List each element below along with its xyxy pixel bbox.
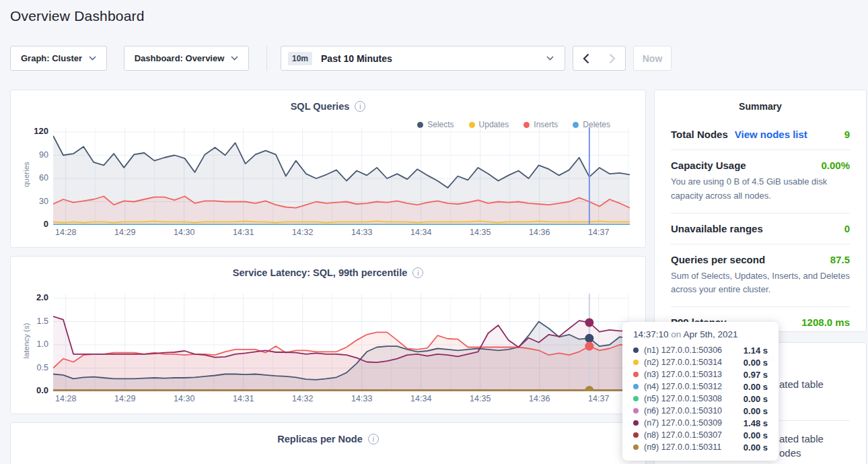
x-axis-tick: 14:31	[223, 228, 264, 237]
sql-queries-chart-card: SQL Queries i Selects Updates Inserts De…	[10, 90, 646, 248]
chevron-right-icon	[609, 53, 616, 64]
y-axis-tick: 120	[16, 126, 48, 137]
x-axis-tick: 14:34	[401, 394, 441, 403]
sql-queries-plot[interactable]	[53, 127, 630, 225]
tooltip-node-row: (n5) 127.0.0.1:503080.00 s	[633, 393, 768, 405]
x-axis-tick: 14:28	[46, 228, 86, 237]
qps-description: Sum of Selects, Updates, Inserts, and De…	[671, 269, 850, 298]
x-axis-tick: 14:37	[579, 394, 619, 403]
chevron-left-icon	[583, 53, 589, 64]
node-dot-icon	[633, 432, 639, 438]
qps-label: Queries per second	[671, 254, 765, 265]
y-axis-tick: 0.0	[16, 385, 48, 396]
tooltip-node-row: (n1) 127.0.0.1:503061.14 s	[633, 344, 768, 356]
prev-time-button[interactable]	[573, 46, 600, 71]
page-title: Overview Dashboard	[10, 8, 145, 24]
x-axis-tick: 14:29	[105, 228, 145, 237]
toolbar-divider	[266, 46, 267, 71]
y-axis-tick: 60	[16, 172, 48, 183]
chart-hover-tooltip: 14:37:10 on Apr 5th, 2021 (n1) 127.0.0.1…	[622, 322, 779, 461]
tooltip-node-row: (n3) 127.0.0.1:503130.97 s	[633, 368, 768, 380]
y-axis-tick: 30	[16, 196, 48, 207]
summary-divider	[671, 150, 850, 150]
x-axis-tick: 14:30	[164, 228, 205, 237]
x-axis-tick: 14:32	[283, 228, 323, 237]
x-axis-tick: 14:30	[164, 394, 205, 403]
summary-row-total-nodes: Total Nodes View nodes list 9	[671, 129, 850, 140]
x-axis-tick: 14:34	[401, 228, 441, 237]
summary-divider	[671, 213, 850, 213]
y-axis-tick: 2.0	[16, 292, 48, 303]
x-axis-tick: 14:31	[223, 394, 264, 403]
qps-value: 87.5	[830, 254, 850, 265]
service-latency-chart-title-row: Service Latency: SQL, 99th percentile i	[11, 257, 645, 278]
next-time-button[interactable]	[599, 46, 626, 71]
p99-latency-value: 1208.0 ms	[801, 317, 850, 328]
dashboard-dropdown[interactable]: Dashboard: Overview	[124, 46, 249, 71]
chevron-down-icon	[231, 56, 238, 61]
graph-dropdown-label: Graph: Cluster	[21, 53, 82, 63]
info-icon[interactable]: i	[412, 267, 423, 278]
node-dot-icon	[633, 384, 639, 389]
service-latency-chart-title: Service Latency: SQL, 99th percentile	[233, 267, 408, 278]
graph-dropdown[interactable]: Graph: Cluster	[10, 46, 107, 71]
replicas-per-node-chart-card: Replicas per Node i	[10, 422, 646, 464]
info-icon[interactable]: i	[355, 101, 365, 112]
x-axis-tick: 14:33	[342, 394, 382, 403]
unavailable-ranges-value: 0	[844, 223, 850, 234]
x-axis-tick: 14:35	[460, 394, 501, 403]
unavailable-ranges-label: Unavailable ranges	[671, 223, 763, 234]
event-item: ated table	[779, 377, 824, 391]
node-dot-icon	[633, 347, 639, 353]
capacity-usage-description: You are using 0 B of 4.5 GiB usable disk…	[671, 175, 850, 203]
x-axis-tick: 14:36	[519, 394, 560, 403]
tooltip-node-row: (n2) 127.0.0.1:503140.00 s	[633, 356, 768, 368]
summary-divider	[671, 244, 850, 244]
capacity-usage-label: Capacity Usage	[671, 160, 746, 171]
time-range-badge: 10m	[288, 52, 312, 65]
time-range-selector[interactable]: 10m Past 10 Minutes	[281, 46, 565, 71]
summary-title: Summary	[671, 101, 850, 112]
tooltip-timestamp: 14:37:10 on Apr 5th, 2021	[633, 329, 768, 339]
summary-panel: Summary Total Nodes View nodes list 9 Ca…	[654, 90, 867, 332]
info-icon[interactable]: i	[368, 434, 379, 444]
now-button[interactable]: Now	[633, 46, 672, 71]
node-dot-icon	[633, 408, 639, 413]
node-dot-icon	[633, 420, 639, 426]
tooltip-node-row: (n9) 127.0.0.1:503110.00 s	[633, 441, 768, 453]
x-axis-tick: 14:33	[342, 228, 382, 237]
y-axis-tick: 0.5	[16, 362, 48, 373]
summary-row-unavailable-ranges: Unavailable ranges 0	[671, 223, 850, 234]
tooltip-node-row: (n8) 127.0.0.1:503070.00 s	[633, 429, 768, 441]
dashboard-dropdown-label: Dashboard: Overview	[135, 53, 225, 63]
y-axis-tick: 90	[16, 150, 48, 160]
replicas-chart-title-row: Replicas per Node i	[11, 423, 645, 444]
service-latency-plot[interactable]	[53, 294, 630, 391]
y-axis-tick: 1.0	[16, 339, 48, 350]
y-axis-tick: 1.5	[16, 316, 48, 327]
replicas-chart-title: Replicas per Node	[277, 434, 363, 444]
summary-row-qps: Queries per second 87.5	[671, 254, 850, 265]
overview-dashboard-page: Overview Dashboard Graph: Cluster Dashbo…	[0, 0, 868, 464]
total-nodes-label: Total Nodes	[671, 129, 728, 140]
x-axis-tick: 14:35	[460, 228, 501, 237]
chevron-down-icon	[89, 56, 96, 61]
tooltip-node-row: (n4) 127.0.0.1:503120.00 s	[633, 380, 768, 393]
tooltip-node-row: (n6) 127.0.0.1:503100.00 s	[633, 405, 768, 417]
tooltip-node-row: (n7) 127.0.0.1:503091.48 s	[633, 417, 768, 429]
node-dot-icon	[633, 360, 639, 365]
node-dot-icon	[633, 444, 639, 450]
view-nodes-list-link[interactable]: View nodes list	[735, 129, 807, 140]
sql-queries-chart-title: SQL Queries	[291, 101, 350, 112]
x-axis-tick: 14:32	[283, 394, 323, 403]
sql-queries-chart-title-row: SQL Queries i	[11, 90, 645, 112]
total-nodes-value: 9	[844, 129, 850, 140]
x-axis-tick: 14:28	[46, 394, 86, 403]
x-axis-tick: 14:37	[579, 228, 619, 237]
time-range-label: Past 10 Minutes	[321, 53, 392, 64]
node-dot-icon	[633, 372, 639, 377]
node-dot-icon	[633, 396, 639, 401]
x-axis-tick: 14:36	[519, 228, 560, 237]
summary-row-capacity: Capacity Usage 0.00%	[671, 160, 850, 171]
capacity-usage-value: 0.00%	[821, 160, 850, 171]
